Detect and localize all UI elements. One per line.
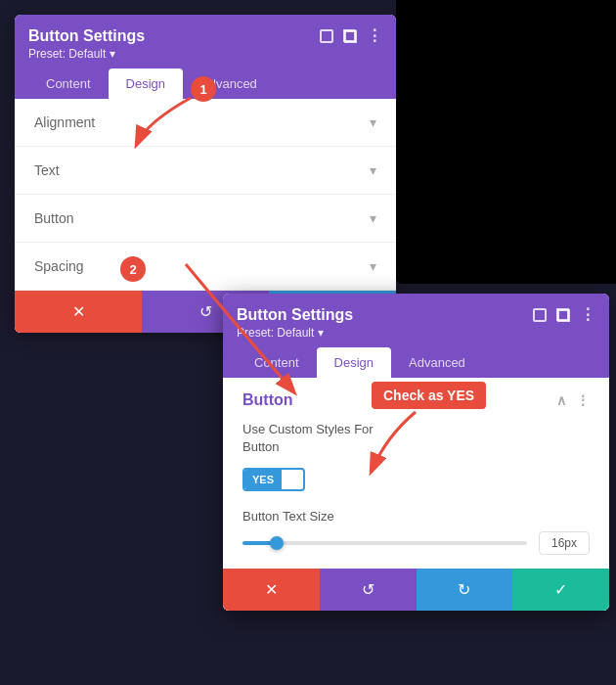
- tab-content[interactable]: Content: [28, 68, 109, 99]
- tab-design[interactable]: Design: [109, 68, 183, 99]
- panel-1-icons: ⋮: [320, 26, 382, 45]
- section-alignment[interactable]: Alignment ▾: [15, 99, 396, 147]
- section-controls: ∧ ⋮: [556, 392, 590, 408]
- p2-confirm-button[interactable]: ✓: [512, 569, 609, 611]
- chevron-alignment: ▾: [370, 114, 376, 130]
- collapse-icon[interactable]: ∧: [556, 392, 566, 408]
- grid-icon[interactable]: [343, 29, 357, 43]
- slider-thumb[interactable]: [270, 536, 284, 550]
- chevron-text: ▾: [370, 162, 376, 178]
- grid-icon-2[interactable]: [556, 308, 570, 322]
- panel-1-title: Button Settings: [28, 27, 145, 45]
- section-more-icon[interactable]: ⋮: [576, 392, 590, 408]
- p2-redo-button[interactable]: ↻: [417, 569, 513, 611]
- panel-1: Button Settings ⋮ Preset: Default ▾ Cont…: [15, 15, 396, 333]
- p2-cancel-button[interactable]: ✕: [223, 569, 320, 611]
- step-badge-2: 2: [120, 256, 146, 282]
- p2-tab-content[interactable]: Content: [237, 347, 317, 378]
- chevron-button: ▾: [370, 210, 376, 226]
- section-text[interactable]: Text ▾: [15, 147, 396, 195]
- check-yes-annotation: Check as YES: [372, 382, 486, 409]
- panel-2-preset[interactable]: Preset: Default ▾: [237, 326, 595, 340]
- toggle-no[interactable]: [282, 470, 297, 489]
- more-options-icon[interactable]: ⋮: [367, 26, 382, 45]
- section-text-label: Text: [34, 162, 60, 178]
- section-spacing[interactable]: Spacing ▾: [15, 243, 396, 291]
- panel-2-icons: ⋮: [533, 305, 595, 324]
- section-alignment-label: Alignment: [34, 114, 95, 130]
- panel-2: Button Settings ⋮ Preset: Default ▾ Cont…: [223, 294, 609, 611]
- slider-value[interactable]: 16px: [539, 531, 590, 555]
- panel-2-title: Button Settings: [237, 306, 353, 324]
- panel-1-title-row: Button Settings ⋮: [28, 26, 382, 45]
- toggle-yes[interactable]: YES: [244, 470, 282, 489]
- slider-row: 16px: [223, 531, 609, 569]
- size-label: Button Text Size: [223, 505, 609, 531]
- panel-2-header: Button Settings ⋮ Preset: Default ▾ Cont…: [223, 294, 609, 378]
- more-options-icon-2[interactable]: ⋮: [580, 305, 595, 324]
- cancel-button[interactable]: ✕: [15, 291, 142, 333]
- p2-tab-advanced[interactable]: Advanced: [391, 347, 483, 378]
- toggle-row: YES: [223, 462, 609, 505]
- p2-tab-design[interactable]: Design: [317, 347, 391, 378]
- yes-no-toggle[interactable]: YES: [242, 468, 305, 491]
- expand-icon[interactable]: [320, 29, 333, 43]
- panel-1-preset[interactable]: Preset: Default ▾: [28, 47, 382, 61]
- section-button-label: Button: [34, 210, 73, 226]
- section-button[interactable]: Button ▾: [15, 195, 396, 243]
- slider-track[interactable]: [242, 541, 527, 545]
- custom-styles-label: Use Custom Styles ForButton: [223, 409, 609, 462]
- panel-2-tabs: Content Design Advanced: [237, 347, 595, 378]
- chevron-spacing: ▾: [370, 258, 376, 274]
- black-area: [396, 0, 616, 284]
- section-spacing-label: Spacing: [34, 258, 84, 274]
- panel-2-title-row: Button Settings ⋮: [237, 305, 595, 324]
- expand-icon-2[interactable]: [533, 308, 547, 322]
- p2-undo-button[interactable]: ↺: [320, 569, 417, 611]
- panel-2-footer: ✕ ↺ ↻ ✓: [223, 569, 609, 611]
- panel-1-body: Alignment ▾ Text ▾ Button ▾ Spacing ▾: [15, 99, 396, 291]
- step-badge-1: 1: [191, 76, 216, 102]
